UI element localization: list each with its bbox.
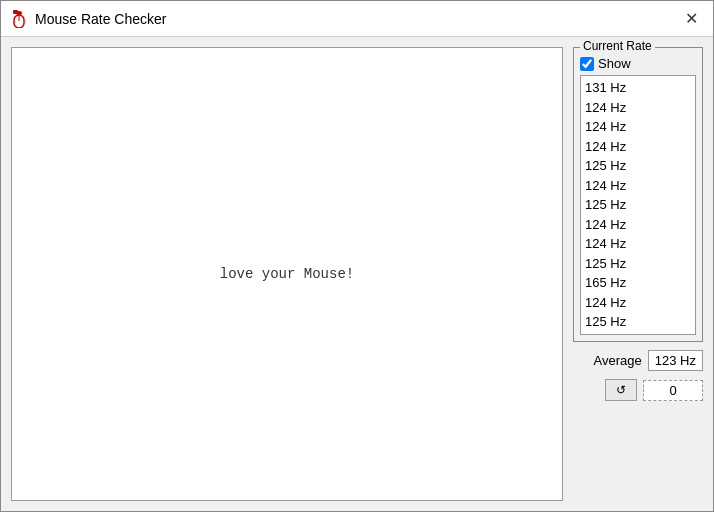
reset-icon: ↺ [616, 383, 626, 397]
show-label: Show [598, 56, 631, 71]
rate-item: 125 Hz [585, 254, 691, 274]
rate-item: 165 Hz [585, 273, 691, 293]
rate-item: 124 Hz [585, 137, 691, 157]
rate-item: 124 Hz [585, 234, 691, 254]
title-bar-left: Mouse Rate Checker [9, 9, 167, 29]
rate-list-container: 131 Hz124 Hz124 Hz124 Hz125 Hz124 Hz125 … [580, 75, 696, 335]
canvas-area[interactable]: love your Mouse! [11, 47, 563, 501]
current-rate-group: Current Rate Show 131 Hz124 Hz124 Hz124 … [573, 47, 703, 342]
canvas-message: love your Mouse! [220, 266, 354, 282]
rate-item: 125 Hz [585, 195, 691, 215]
rate-item: 125 Hz [585, 312, 691, 332]
bottom-row: ↺ [573, 379, 703, 401]
reset-button[interactable]: ↺ [605, 379, 637, 401]
show-checkbox-row: Show [580, 56, 696, 71]
bottom-input[interactable] [643, 380, 703, 401]
show-checkbox[interactable] [580, 57, 594, 71]
main-window: Mouse Rate Checker ✕ love your Mouse! Cu… [0, 0, 714, 512]
content-area: love your Mouse! Current Rate Show 131 H… [1, 37, 713, 511]
rate-item: 125 Hz [585, 156, 691, 176]
average-row: Average 123 Hz [573, 350, 703, 371]
current-rate-legend: Current Rate [580, 39, 655, 53]
rate-item: 124 Hz [585, 293, 691, 313]
rate-item: 124 Hz [585, 332, 691, 335]
rate-item: 124 Hz [585, 117, 691, 137]
title-bar: Mouse Rate Checker ✕ [1, 1, 713, 37]
window-title: Mouse Rate Checker [35, 11, 167, 27]
average-value: 123 Hz [648, 350, 703, 371]
close-button[interactable]: ✕ [677, 7, 705, 31]
rate-item: 131 Hz [585, 78, 691, 98]
rate-item: 124 Hz [585, 215, 691, 235]
app-icon [9, 9, 29, 29]
right-panel: Current Rate Show 131 Hz124 Hz124 Hz124 … [573, 47, 703, 501]
svg-rect-3 [13, 10, 18, 14]
rate-list[interactable]: 131 Hz124 Hz124 Hz124 Hz125 Hz124 Hz125 … [581, 76, 695, 334]
rate-item: 124 Hz [585, 98, 691, 118]
rate-item: 124 Hz [585, 176, 691, 196]
average-label: Average [594, 353, 642, 368]
